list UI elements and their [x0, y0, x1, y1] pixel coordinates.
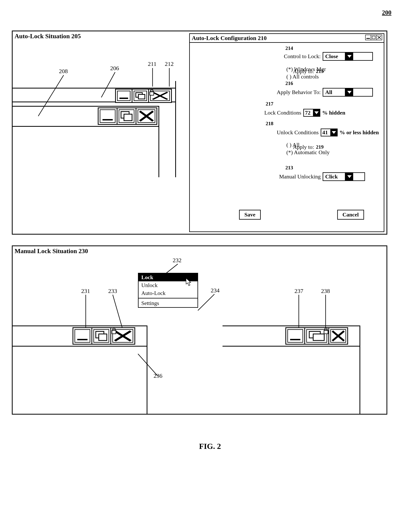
front-min-button[interactable] — [98, 107, 118, 125]
label-apply-behavior: Apply Behavior To: — [277, 89, 321, 95]
lock-percent-dropdown[interactable]: 72 — [303, 109, 320, 117]
figure-caption: FIG. 2 — [0, 442, 420, 451]
svg-marker-12 — [347, 91, 352, 94]
left-close-button[interactable] — [110, 327, 135, 345]
save-button[interactable]: Save — [239, 210, 261, 220]
lock-icon — [111, 328, 117, 334]
right-max-button[interactable] — [304, 327, 329, 345]
back-close-button[interactable] — [148, 89, 172, 103]
svg-line-17 — [198, 294, 214, 310]
auto-lock-config-dialog: Auto-Lock Configuration 210 214 Control … — [189, 33, 384, 232]
dialog-window-controls — [366, 35, 382, 40]
manual-unlock-dropdown[interactable]: Click — [323, 172, 365, 181]
label-unlock-conditions: Unlock Conditions — [277, 129, 318, 136]
unlock-percent-dropdown[interactable]: 41 — [321, 128, 338, 136]
unlock-percent-suffix: % or less hidden — [340, 129, 379, 136]
right-close-button[interactable] — [328, 327, 348, 345]
svg-rect-26 — [324, 331, 328, 334]
svg-line-0 — [38, 75, 64, 116]
dialog-close-icon[interactable] — [376, 35, 382, 40]
front-max-button[interactable] — [117, 107, 136, 125]
svg-line-22 — [138, 354, 158, 376]
svg-rect-6 — [150, 92, 154, 95]
apply-to-radio-group-1[interactable]: (*) Windows Mgr ( ) All controls — [286, 66, 326, 80]
svg-line-1 — [101, 72, 115, 98]
svg-line-19 — [113, 295, 122, 328]
control-to-lock-dropdown[interactable]: Close — [323, 52, 373, 61]
dialog-min-icon[interactable] — [365, 35, 371, 40]
left-max-button[interactable] — [91, 327, 111, 345]
dropdown-arrow-icon[interactable] — [313, 109, 320, 116]
dialog-max-icon[interactable] — [371, 35, 377, 40]
lock-icon — [323, 328, 329, 334]
ref-217: 217 — [266, 101, 273, 107]
svg-marker-15 — [347, 175, 352, 178]
ref-213: 213 — [285, 165, 293, 171]
radio-automatic-only[interactable]: (*) Automatic Only — [286, 149, 330, 156]
panel-auto-lock: Auto-Lock Situation 205 208 206 211 212 — [12, 30, 387, 235]
dropdown-arrow-icon[interactable] — [345, 53, 353, 60]
svg-marker-14 — [332, 131, 336, 134]
menu-item-settings[interactable]: Settings — [139, 299, 197, 307]
apply-behavior-dropdown[interactable]: All — [323, 88, 373, 97]
dropdown-arrow-icon[interactable] — [345, 173, 353, 180]
back-max-button[interactable] — [132, 89, 149, 103]
panel-manual-lock: Manual Lock Situation 230 232 234 231 23… — [12, 245, 387, 415]
radio-all[interactable]: ( ) All — [286, 141, 330, 149]
left-min-button[interactable] — [73, 327, 92, 345]
label-manual-unlocking: Manual Unlocking — [279, 173, 321, 180]
ref-216: 216 — [285, 80, 293, 86]
lock-icon — [149, 89, 155, 96]
figure-number: 200 — [382, 9, 391, 16]
label-lock-conditions: Lock Conditions — [264, 110, 301, 116]
lock-percent-suffix: % hidden — [322, 110, 345, 116]
back-min-button[interactable] — [115, 89, 132, 103]
right-min-button[interactable] — [285, 327, 305, 345]
ref-218: 218 — [266, 121, 273, 127]
front-close-button[interactable] — [135, 107, 157, 125]
menu-item-autolock[interactable]: Auto-Lock — [139, 289, 197, 297]
dropdown-arrow-icon[interactable] — [345, 89, 353, 96]
cancel-button[interactable]: Cancel — [337, 210, 364, 220]
radio-all-controls[interactable]: ( ) All controls — [286, 73, 326, 80]
apply-to-radio-group-2[interactable]: ( ) All (*) Automatic Only — [286, 141, 330, 156]
svg-marker-29 — [186, 278, 191, 286]
dialog-title: Auto-Lock Configuration 210 — [192, 35, 267, 41]
svg-rect-25 — [112, 331, 116, 334]
dropdown-arrow-icon[interactable] — [330, 129, 337, 136]
label-control-to-lock: Control to Lock: — [284, 53, 321, 60]
radio-windows-mgr[interactable]: (*) Windows Mgr — [286, 66, 326, 73]
ref-214: 214 — [285, 45, 293, 51]
svg-marker-13 — [314, 111, 319, 114]
svg-line-16 — [166, 264, 178, 273]
svg-marker-11 — [347, 55, 352, 58]
